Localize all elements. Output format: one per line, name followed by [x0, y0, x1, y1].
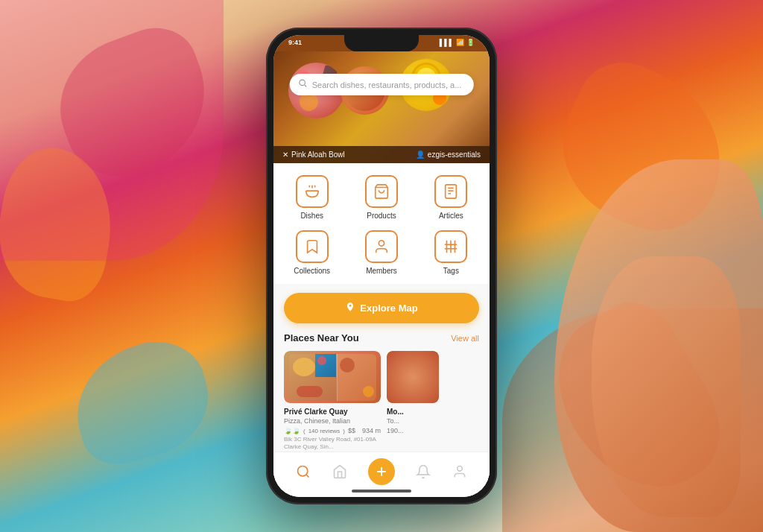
nav-home[interactable]: [332, 464, 347, 479]
dishes-icon: [296, 175, 329, 208]
members-icon: [365, 230, 398, 263]
category-articles[interactable]: Articles: [422, 175, 481, 220]
hero-image: Search dishes, restaurants, products, a.…: [273, 51, 490, 163]
wifi-icon: 📶: [456, 39, 464, 46]
svg-point-0: [300, 80, 305, 86]
svg-point-7: [379, 241, 384, 246]
members-label: Members: [366, 267, 397, 275]
svg-point-17: [457, 466, 462, 472]
fork-icon: ✕: [282, 151, 288, 159]
place-2-name: Mo...: [387, 408, 439, 416]
status-icons: ▌▌▌ 📶 🔋: [440, 39, 475, 46]
place-2-meta: 190...: [387, 427, 439, 434]
price-level: $$: [348, 427, 355, 434]
nav-search[interactable]: [296, 464, 311, 479]
search-icon: [299, 79, 308, 90]
distance-value: 934 m: [362, 427, 381, 434]
category-products[interactable]: Products: [352, 175, 411, 220]
place-1-address: Blk 3C River Valley Road, #01-09A Clarke…: [284, 436, 381, 452]
home-indicator: [352, 490, 411, 493]
category-dishes[interactable]: Dishes: [282, 175, 341, 220]
user-icon: 👤: [416, 151, 425, 159]
place-card-1[interactable]: Privé Clarke Quay Pizza, Chinese, Italia…: [284, 351, 381, 452]
place-1-name: Privé Clarke Quay: [284, 408, 381, 416]
dishes-label: Dishes: [300, 212, 323, 220]
place-1-meta: 🍃🍃 ( 140 reviews ) $$ 934 m: [284, 427, 381, 434]
articles-label: Articles: [439, 212, 463, 220]
main-content: Explore Map Places Near You View all: [273, 284, 490, 497]
bell-icon: [416, 464, 431, 479]
svg-point-13: [298, 466, 308, 476]
search-input-text: Search dishes, restaurants, products, a.…: [312, 80, 462, 89]
explore-map-label: Explore Map: [360, 303, 417, 314]
phone-frame: 9:41 ▌▌▌ 📶 🔋: [266, 28, 497, 504]
profile-icon: [452, 464, 467, 479]
category-tags[interactable]: Tags: [422, 230, 481, 275]
phone-screen: 9:41 ▌▌▌ 📶 🔋: [273, 35, 490, 497]
svg-line-1: [305, 85, 307, 87]
tags-icon: [434, 230, 467, 263]
battery-icon: 🔋: [466, 39, 475, 46]
leaf-icons: 🍃🍃: [284, 427, 300, 434]
home-nav-icon: [332, 464, 347, 479]
review-count: (: [303, 428, 305, 434]
review-number: 140 reviews: [308, 428, 341, 434]
map-pin-icon: [345, 302, 355, 314]
collections-icon: [296, 230, 329, 263]
view-all-link[interactable]: View all: [451, 334, 479, 343]
places-header: Places Near You View all: [284, 332, 479, 343]
category-members[interactable]: Members: [352, 230, 411, 275]
dish-label: ✕ Pink Aloah Bowl: [282, 151, 345, 159]
articles-icon: [434, 175, 467, 208]
svg-rect-3: [446, 185, 457, 198]
signal-icon: ▌▌▌: [440, 39, 454, 46]
nav-profile[interactable]: [452, 464, 467, 479]
products-icon: [365, 175, 398, 208]
place-2-distance: 190...: [387, 427, 404, 434]
search-bar[interactable]: Search dishes, restaurants, products, a.…: [290, 74, 474, 95]
search-nav-icon: [296, 464, 311, 479]
category-collections[interactable]: Collections: [282, 230, 341, 275]
explore-map-button[interactable]: Explore Map: [284, 293, 479, 323]
tags-label: Tags: [443, 267, 459, 275]
user-name-text: ezgis-essentials: [428, 151, 481, 159]
dish-name-text: Pink Aloah Bowl: [291, 151, 345, 159]
phone-notch: [344, 35, 419, 51]
products-label: Products: [367, 212, 396, 220]
svg-line-14: [306, 475, 309, 478]
categories-grid: Dishes Products: [273, 163, 490, 284]
phone-container: 9:41 ▌▌▌ 📶 🔋: [266, 28, 497, 504]
place-card-2-image: [387, 351, 439, 403]
places-section: Places Near You View all: [273, 332, 490, 452]
status-time: 9:41: [288, 39, 302, 46]
collections-label: Collections: [294, 267, 330, 275]
place-cards-list: Privé Clarke Quay Pizza, Chinese, Italia…: [284, 351, 479, 452]
user-label: 👤 ezgis-essentials: [416, 151, 481, 159]
place-card-2[interactable]: Mo... To... 190...: [387, 351, 439, 452]
restaurant-bar: ✕ Pink Aloah Bowl 👤 ezgis-essentials: [273, 146, 490, 163]
review-end: ): [343, 428, 345, 434]
nav-bell[interactable]: [416, 464, 431, 479]
nav-add-button[interactable]: [368, 458, 395, 485]
plus-icon: [374, 464, 389, 479]
place-1-cuisine: Pizza, Chinese, Italian: [284, 417, 381, 425]
places-title: Places Near You: [284, 332, 359, 343]
place-2-cuisine: To...: [387, 417, 439, 425]
place-card-1-image: [284, 351, 381, 403]
